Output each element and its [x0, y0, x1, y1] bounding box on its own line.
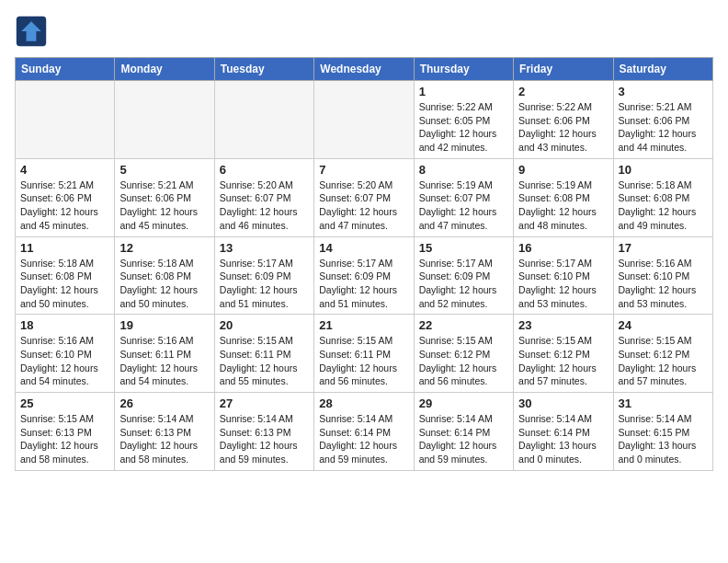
calendar-cell: 11Sunrise: 5:18 AM Sunset: 6:08 PM Dayli… [16, 236, 115, 315]
day-number: 31 [619, 396, 708, 410]
calendar-week-row: 25Sunrise: 5:15 AM Sunset: 6:13 PM Dayli… [16, 393, 713, 471]
day-info: Sunrise: 5:16 AM Sunset: 6:10 PM Dayligh… [619, 257, 708, 311]
calendar-cell [16, 81, 115, 159]
day-number: 4 [20, 163, 109, 177]
calendar-cell: 21Sunrise: 5:15 AM Sunset: 6:11 PM Dayli… [314, 315, 414, 393]
day-header-friday: Friday [514, 58, 613, 81]
day-info: Sunrise: 5:20 AM Sunset: 6:07 PM Dayligh… [220, 178, 309, 233]
day-number: 19 [119, 318, 209, 332]
day-info: Sunrise: 5:17 AM Sunset: 6:09 PM Dayligh… [319, 257, 408, 311]
day-info: Sunrise: 5:17 AM Sunset: 6:09 PM Dayligh… [419, 257, 508, 311]
calendar-week-row: 18Sunrise: 5:16 AM Sunset: 6:10 PM Dayli… [16, 315, 713, 393]
day-header-saturday: Saturday [613, 58, 712, 81]
day-info: Sunrise: 5:15 AM Sunset: 6:12 PM Dayligh… [518, 334, 608, 388]
calendar-week-row: 11Sunrise: 5:18 AM Sunset: 6:08 PM Dayli… [16, 236, 713, 315]
calendar-cell: 2Sunrise: 5:22 AM Sunset: 6:06 PM Daylig… [514, 81, 613, 159]
day-info: Sunrise: 5:17 AM Sunset: 6:09 PM Dayligh… [220, 257, 309, 311]
day-info: Sunrise: 5:15 AM Sunset: 6:13 PM Dayligh… [20, 412, 109, 466]
day-number: 9 [518, 163, 608, 177]
calendar-cell: 18Sunrise: 5:16 AM Sunset: 6:10 PM Dayli… [16, 315, 115, 393]
day-number: 27 [220, 396, 309, 410]
day-number: 17 [619, 241, 708, 255]
calendar-cell: 12Sunrise: 5:18 AM Sunset: 6:08 PM Dayli… [115, 236, 214, 315]
day-number: 5 [119, 163, 209, 177]
calendar-cell: 30Sunrise: 5:14 AM Sunset: 6:14 PM Dayli… [514, 393, 613, 471]
day-header-thursday: Thursday [414, 58, 513, 81]
day-number: 28 [319, 396, 408, 410]
day-number: 14 [319, 241, 408, 255]
calendar-cell: 31Sunrise: 5:14 AM Sunset: 6:15 PM Dayli… [613, 393, 712, 471]
day-number: 16 [518, 241, 608, 255]
day-info: Sunrise: 5:14 AM Sunset: 6:14 PM Dayligh… [419, 412, 508, 466]
day-number: 24 [619, 318, 708, 332]
calendar-cell: 23Sunrise: 5:15 AM Sunset: 6:12 PM Dayli… [514, 315, 613, 393]
day-number: 30 [518, 396, 608, 410]
day-info: Sunrise: 5:14 AM Sunset: 6:15 PM Dayligh… [619, 412, 708, 466]
calendar: SundayMondayTuesdayWednesdayThursdayFrid… [15, 57, 713, 471]
day-number: 21 [319, 318, 408, 332]
calendar-cell: 13Sunrise: 5:17 AM Sunset: 6:09 PM Dayli… [214, 236, 313, 315]
calendar-cell: 27Sunrise: 5:14 AM Sunset: 6:13 PM Dayli… [214, 393, 313, 471]
day-number: 23 [518, 318, 608, 332]
day-number: 18 [20, 318, 109, 332]
calendar-cell [115, 81, 214, 159]
calendar-cell: 29Sunrise: 5:14 AM Sunset: 6:14 PM Dayli… [414, 393, 513, 471]
calendar-cell: 1Sunrise: 5:22 AM Sunset: 6:05 PM Daylig… [414, 81, 513, 159]
day-info: Sunrise: 5:18 AM Sunset: 6:08 PM Dayligh… [119, 257, 209, 311]
calendar-cell [214, 81, 313, 159]
day-info: Sunrise: 5:14 AM Sunset: 6:14 PM Dayligh… [518, 412, 608, 466]
calendar-cell: 22Sunrise: 5:15 AM Sunset: 6:12 PM Dayli… [414, 315, 513, 393]
day-number: 26 [119, 396, 209, 410]
day-number: 29 [419, 396, 508, 410]
day-info: Sunrise: 5:18 AM Sunset: 6:08 PM Dayligh… [619, 178, 708, 233]
calendar-week-row: 1Sunrise: 5:22 AM Sunset: 6:05 PM Daylig… [16, 81, 713, 159]
day-header-sunday: Sunday [16, 58, 115, 81]
day-info: Sunrise: 5:21 AM Sunset: 6:06 PM Dayligh… [619, 100, 708, 155]
day-number: 10 [619, 163, 708, 177]
day-number: 7 [319, 163, 408, 177]
day-number: 3 [619, 85, 708, 98]
calendar-cell: 6Sunrise: 5:20 AM Sunset: 6:07 PM Daylig… [214, 158, 313, 236]
day-info: Sunrise: 5:18 AM Sunset: 6:08 PM Dayligh… [20, 257, 109, 311]
day-info: Sunrise: 5:20 AM Sunset: 6:07 PM Dayligh… [319, 178, 408, 233]
calendar-cell: 4Sunrise: 5:21 AM Sunset: 6:06 PM Daylig… [16, 158, 115, 236]
day-number: 1 [419, 85, 508, 98]
calendar-cell: 19Sunrise: 5:16 AM Sunset: 6:11 PM Dayli… [115, 315, 214, 393]
day-info: Sunrise: 5:14 AM Sunset: 6:14 PM Dayligh… [319, 412, 408, 466]
day-info: Sunrise: 5:16 AM Sunset: 6:11 PM Dayligh… [119, 334, 209, 388]
day-number: 25 [20, 396, 109, 410]
calendar-cell: 14Sunrise: 5:17 AM Sunset: 6:09 PM Dayli… [314, 236, 414, 315]
day-info: Sunrise: 5:15 AM Sunset: 6:11 PM Dayligh… [220, 334, 309, 388]
day-info: Sunrise: 5:14 AM Sunset: 6:13 PM Dayligh… [119, 412, 209, 466]
page-header [15, 15, 713, 48]
day-header-tuesday: Tuesday [214, 58, 313, 81]
calendar-cell: 26Sunrise: 5:14 AM Sunset: 6:13 PM Dayli… [115, 393, 214, 471]
day-number: 6 [220, 163, 309, 177]
calendar-cell: 24Sunrise: 5:15 AM Sunset: 6:12 PM Dayli… [613, 315, 712, 393]
day-header-wednesday: Wednesday [314, 58, 414, 81]
calendar-cell: 7Sunrise: 5:20 AM Sunset: 6:07 PM Daylig… [314, 158, 414, 236]
logo-icon [15, 15, 48, 48]
calendar-cell: 9Sunrise: 5:19 AM Sunset: 6:08 PM Daylig… [514, 158, 613, 236]
day-number: 2 [518, 85, 608, 98]
day-info: Sunrise: 5:19 AM Sunset: 6:08 PM Dayligh… [518, 178, 608, 233]
day-info: Sunrise: 5:15 AM Sunset: 6:11 PM Dayligh… [319, 334, 408, 388]
day-info: Sunrise: 5:14 AM Sunset: 6:13 PM Dayligh… [220, 412, 309, 466]
day-info: Sunrise: 5:15 AM Sunset: 6:12 PM Dayligh… [619, 334, 708, 388]
calendar-week-row: 4Sunrise: 5:21 AM Sunset: 6:06 PM Daylig… [16, 158, 713, 236]
calendar-cell: 25Sunrise: 5:15 AM Sunset: 6:13 PM Dayli… [16, 393, 115, 471]
day-info: Sunrise: 5:22 AM Sunset: 6:06 PM Dayligh… [518, 100, 608, 155]
calendar-cell: 10Sunrise: 5:18 AM Sunset: 6:08 PM Dayli… [613, 158, 712, 236]
calendar-cell: 20Sunrise: 5:15 AM Sunset: 6:11 PM Dayli… [214, 315, 313, 393]
day-info: Sunrise: 5:19 AM Sunset: 6:07 PM Dayligh… [419, 178, 508, 233]
calendar-cell: 28Sunrise: 5:14 AM Sunset: 6:14 PM Dayli… [314, 393, 414, 471]
day-header-monday: Monday [115, 58, 214, 81]
day-number: 12 [119, 241, 209, 255]
day-info: Sunrise: 5:21 AM Sunset: 6:06 PM Dayligh… [119, 178, 209, 233]
day-info: Sunrise: 5:21 AM Sunset: 6:06 PM Dayligh… [20, 178, 109, 233]
calendar-cell: 16Sunrise: 5:17 AM Sunset: 6:10 PM Dayli… [514, 236, 613, 315]
day-number: 15 [419, 241, 508, 255]
calendar-cell: 15Sunrise: 5:17 AM Sunset: 6:09 PM Dayli… [414, 236, 513, 315]
calendar-cell: 8Sunrise: 5:19 AM Sunset: 6:07 PM Daylig… [414, 158, 513, 236]
calendar-header-row: SundayMondayTuesdayWednesdayThursdayFrid… [16, 58, 713, 81]
